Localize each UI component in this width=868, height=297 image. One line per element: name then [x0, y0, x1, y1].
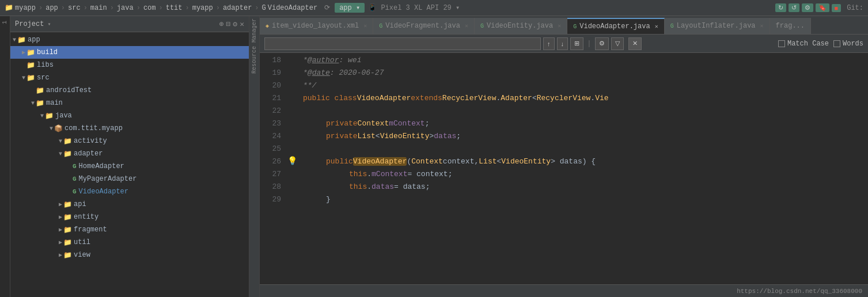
file-tree[interactable]: ▼ 📁 app ▶ 📁 build ▶ 📁 libs ▼ 📁 src — [10, 32, 249, 297]
tree-item-videoadapter[interactable]: G VideoAdapter — [10, 185, 249, 198]
stop-button[interactable]: ■ — [832, 4, 842, 12]
find-input[interactable] — [264, 37, 541, 50]
tree-item-com-ttit[interactable]: ▼ 📦 com.ttit.myapp — [10, 122, 249, 135]
close-tab-icon[interactable]: ✕ — [655, 23, 658, 30]
tree-item-main[interactable]: ▼ 📁 main — [10, 97, 249, 109]
find-expand-button[interactable]: ⊞ — [570, 37, 583, 50]
gutter-20 — [286, 78, 298, 91]
tree-item-fragment[interactable]: ▶ 📁 fragment — [10, 223, 249, 236]
find-right-options: Match Case Words — [778, 40, 863, 48]
crumb-myapp[interactable]: myapp — [15, 4, 36, 12]
close-tab-icon[interactable]: ✕ — [760, 22, 764, 29]
tree-item-libs[interactable]: ▶ 📁 libs — [10, 59, 249, 71]
java-icon: G — [573, 24, 577, 30]
words-label[interactable]: Words — [833, 40, 863, 48]
gutter-icons: 💡 — [286, 53, 298, 284]
device-selector[interactable]: 📱 Pixel 3 XL API 29 ▾ — [368, 3, 460, 12]
tab-frag[interactable]: frag... — [770, 18, 811, 34]
tree-item-homeadapter[interactable]: G HomeAdapter — [10, 160, 249, 173]
find-filter-button[interactable]: ▽ — [611, 37, 624, 50]
folder-icon: 📁 — [36, 86, 44, 95]
tab-item-video-layout[interactable]: ◈ item_video_layout.xml ✕ — [260, 18, 373, 34]
code-content[interactable]: * @author: wei * @date: 2020-06-27 **/ p… — [298, 53, 868, 284]
code-line-21: public class VideoAdapter extends Recycl… — [298, 92, 868, 105]
arrow-icon: ▶ — [59, 226, 62, 233]
find-options-button[interactable]: ⚙ — [595, 37, 609, 50]
tree-item-activity[interactable]: ▼ 📁 activity — [10, 135, 249, 147]
tree-item-entity[interactable]: ▶ 📁 entity — [10, 211, 249, 223]
folder-icon: 📁 — [5, 3, 13, 12]
left-strip: 1 — [0, 16, 10, 297]
line-num-22: 22 — [260, 105, 281, 117]
code-line-22 — [298, 105, 868, 117]
crumb-src[interactable]: src — [68, 4, 81, 12]
back-button[interactable]: ↺ — [789, 3, 799, 12]
close-panel-icon[interactable]: ✕ — [240, 20, 244, 29]
close-tab-icon[interactable]: ✕ — [363, 22, 367, 29]
tree-item-api[interactable]: ▶ 📁 api — [10, 198, 249, 211]
words-checkbox[interactable] — [833, 40, 840, 47]
find-prev-button[interactable]: ↑ — [543, 37, 555, 50]
tree-item-build[interactable]: ▶ 📁 build — [10, 46, 249, 59]
tree-item-adapter[interactable]: ▼ 📁 adapter — [10, 147, 249, 160]
tab-videofragment[interactable]: G VideoFragment.java ✕ — [373, 18, 475, 34]
code-line-28: this.datas = datas; — [298, 181, 868, 193]
sync-icon[interactable]: ⊕ — [219, 20, 224, 29]
resource-manager-label: Resource Manager — [251, 18, 257, 74]
match-case-label[interactable]: Match Case — [778, 40, 829, 48]
tree-item-mypageradapter[interactable]: G MyPagerAdapter — [10, 173, 249, 185]
gutter-22 — [286, 104, 298, 116]
panel-header: Project ▾ ⊕ ⊟ ⚙ ✕ — [10, 16, 249, 32]
bookmarks-button[interactable]: 🔖 — [816, 3, 829, 12]
match-case-checkbox[interactable] — [778, 40, 785, 47]
gear-icon[interactable]: ⚙ — [233, 20, 237, 29]
match-case-text: Match Case — [787, 40, 829, 48]
tree-item-java[interactable]: ▼ 📁 java — [10, 109, 249, 122]
app-run-button[interactable]: app ▾ — [335, 3, 365, 13]
find-next-button[interactable]: ↓ — [557, 37, 568, 50]
tree-label: com.ttit.myapp — [65, 124, 123, 132]
tree-label: HomeAdapter — [79, 162, 124, 170]
tree-item-view[interactable]: ▶ 📁 view — [10, 249, 249, 261]
line-num-20: 20 — [260, 79, 281, 92]
line-num-27: 27 — [260, 168, 281, 181]
settings-button[interactable]: ⚙ — [802, 3, 813, 12]
breadcrumb[interactable]: 📁 myapp › app › src › main › java › com … — [5, 3, 317, 12]
status-url: https://blog.csdn.net/qq_33608000 — [737, 288, 862, 295]
collapse-icon[interactable]: ⊟ — [226, 20, 231, 29]
crumb-myapp2[interactable]: myapp — [192, 4, 213, 12]
find-separator: | — [587, 39, 592, 48]
folder-icon: 📁 — [26, 48, 35, 57]
folder-icon: 📁 — [63, 251, 72, 260]
tree-item-util[interactable]: ▶ 📁 util — [10, 236, 249, 249]
code-editor[interactable]: 18 19 20 21 22 23 24 25 26 27 28 29 — [260, 53, 868, 284]
crumb-adapter[interactable]: adapter — [223, 4, 252, 12]
tab-layoutinflater[interactable]: G LayoutInflater.java ✕ — [665, 18, 770, 34]
crumb-videoadapter[interactable]: VideoAdapter — [268, 4, 317, 12]
tree-item-androidtest[interactable]: ▶ 📁 androidTest — [10, 84, 249, 97]
code-line-20: **/ — [298, 79, 868, 92]
crumb-app[interactable]: app — [46, 4, 58, 12]
tab-videoentity[interactable]: G VideoEntity.java ✕ — [475, 18, 567, 34]
tree-label: view — [74, 251, 90, 259]
crumb-ttit[interactable]: ttit — [166, 4, 183, 12]
folder-icon: 📁 — [26, 74, 35, 82]
line-num-23: 23 — [260, 117, 281, 130]
arrow-icon: ▼ — [22, 75, 25, 81]
close-tab-icon[interactable]: ✕ — [465, 22, 468, 29]
close-tab-icon[interactable]: ✕ — [558, 22, 561, 29]
crumb-main[interactable]: main — [90, 4, 107, 12]
resource-manager-strip[interactable]: Resource Manager — [249, 16, 260, 297]
find-close-button[interactable]: ✕ — [628, 37, 642, 50]
tab-videoadapter[interactable]: G VideoAdapter.java ✕ — [567, 18, 664, 34]
arrow-icon: ▼ — [31, 100, 35, 106]
tree-item-app[interactable]: ▼ 📁 app — [10, 33, 249, 46]
refresh-button[interactable]: ↻ — [775, 3, 786, 12]
tree-item-src[interactable]: ▼ 📁 src — [10, 71, 249, 84]
crumb-java[interactable]: java — [117, 4, 134, 12]
code-line-25 — [298, 143, 868, 155]
git-label: Git: — [847, 4, 863, 12]
tree-label: adapter — [74, 150, 103, 158]
code-line-18: * @author: wei — [298, 54, 868, 67]
crumb-com[interactable]: com — [143, 4, 156, 12]
